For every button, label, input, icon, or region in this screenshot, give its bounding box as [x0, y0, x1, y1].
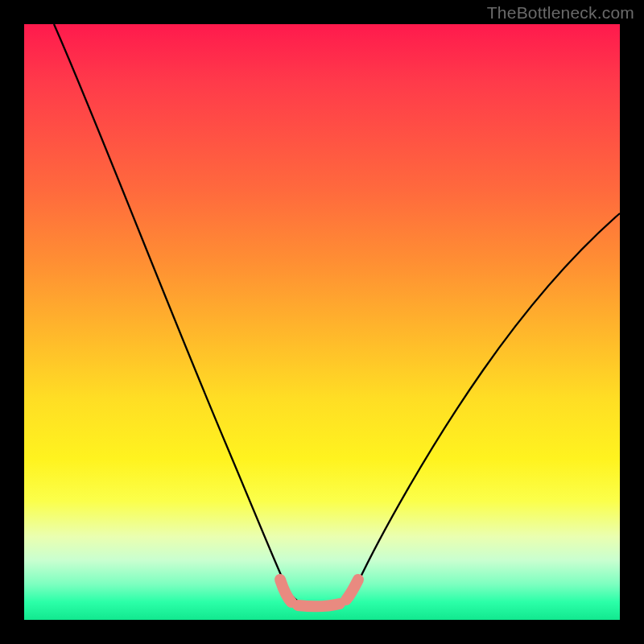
chart-frame: TheBottleneck.com [0, 0, 644, 644]
valley-marker-bottom [298, 604, 340, 606]
valley-marker-left [280, 580, 291, 602]
watermark-text: TheBottleneck.com [487, 3, 634, 23]
plot-area [24, 24, 620, 620]
valley-marker-right [346, 580, 358, 600]
bottleneck-curve [54, 24, 620, 605]
curve-svg [24, 24, 620, 620]
